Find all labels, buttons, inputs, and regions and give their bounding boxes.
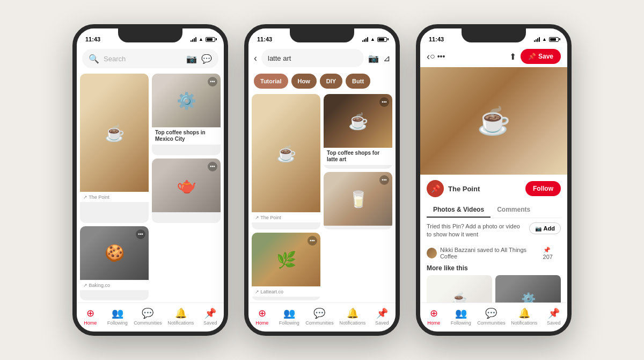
- section-tabs: Photos & Videos Comments: [427, 203, 561, 218]
- nav-home-label-1: Home: [84, 320, 97, 326]
- communities-icon-2: 💬: [313, 307, 325, 319]
- home-icon-3: ⊕: [430, 307, 438, 319]
- more-icon[interactable]: •••: [437, 52, 445, 61]
- back-button[interactable]: ‹: [254, 53, 257, 64]
- feed-card-baking[interactable]: 🍪 ••• ↗ Baking.co: [80, 226, 149, 300]
- battery-icon-1: [206, 37, 215, 42]
- feed-card-mug[interactable]: 🫖 •••: [152, 159, 221, 223]
- nav-following-label-2: Following: [279, 320, 299, 326]
- feed-card-title-mexico: Top coffee shops in Mexico City: [155, 129, 217, 142]
- more-card-2[interactable]: ⚙️ •••: [495, 275, 561, 303]
- hero-coffee-image: ☕: [420, 67, 567, 175]
- upload-icon[interactable]: ⬆: [509, 52, 516, 62]
- nav-communities-3[interactable]: 💬 Communities: [477, 307, 506, 326]
- saved-icon-3: 📌: [548, 307, 560, 319]
- filter-tab-tutorial[interactable]: Tutorial: [254, 74, 288, 89]
- result-card-4[interactable]: 🌿 ••• ↗ Latteart.co: [252, 233, 320, 300]
- filter-tabs: Tutorial How DIY Butt: [248, 70, 396, 92]
- phone-search: 11:43 ▲ ‹ latte art 📷 ⊿: [244, 24, 400, 336]
- signal-icon-2: [362, 37, 368, 42]
- battery-icon-3: [549, 37, 559, 42]
- nav-communities-2[interactable]: 💬 Communities: [305, 307, 334, 326]
- wifi-icon-2: ▲: [370, 37, 375, 42]
- nav-following-2[interactable]: 👥 Following: [279, 307, 300, 326]
- save-button[interactable]: 📌 Save: [521, 49, 561, 64]
- communities-icon-3: 💬: [485, 307, 497, 319]
- tab-photos-videos[interactable]: Photos & Videos: [427, 203, 491, 218]
- mug-white-image: ☕: [427, 275, 492, 303]
- result-card-1-info: ↗ The Point: [252, 212, 320, 222]
- nav-notifications-1[interactable]: 🔔 Notifications: [167, 307, 194, 326]
- nav-home-1[interactable]: ⊕ Home: [79, 307, 101, 326]
- feed-card-info-baking: ↗ Baking.co: [80, 280, 149, 290]
- filter-tab-diy[interactable]: DIY: [320, 74, 342, 89]
- result-card-3[interactable]: 🥛 •••: [324, 172, 392, 229]
- nav-saved-3[interactable]: 📌 Saved: [543, 307, 565, 326]
- search-results-grid: ☕ ↗ The Point ☕ ••• Top coffee shops for…: [248, 92, 396, 303]
- search-bar[interactable]: 🔍 Search 📷 💬: [82, 49, 218, 68]
- nav-notifications-label-2: Notifications: [339, 320, 365, 326]
- tab-comments-label: Comments: [497, 206, 530, 213]
- filter-icon[interactable]: ⊿: [383, 53, 390, 63]
- pin-author-name: The Point: [448, 185, 521, 193]
- following-icon-3: 👥: [455, 307, 467, 319]
- feed-card-latte[interactable]: ☕ ↗ The Point: [80, 74, 149, 223]
- pin-header: ‹ ○ ••• ⬆ 📌 Save: [420, 46, 567, 67]
- filter-tab-butt[interactable]: Butt: [346, 74, 370, 89]
- nav-notifications-label-1: Notifications: [167, 320, 194, 326]
- message-icon[interactable]: 💬: [201, 54, 212, 64]
- card-more-baking[interactable]: •••: [136, 229, 145, 239]
- more-card-1[interactable]: ☕ Etsy: [427, 275, 492, 303]
- home-icon-1: ⊕: [86, 307, 94, 319]
- notifications-icon-3: 🔔: [518, 307, 530, 319]
- result-card-2[interactable]: ☕ ••• Top coffee shops for latte art: [324, 94, 392, 169]
- search-input-bar[interactable]: latte art: [261, 49, 364, 67]
- nav-notifications-label-3: Notifications: [511, 320, 537, 326]
- tab-comments[interactable]: Comments: [491, 203, 537, 218]
- phone-detail-screen: 11:43 ▲ ‹ ○ ••• ⬆ 📌: [420, 28, 567, 332]
- phone-home-screen: 11:43 ▲ 🔍 Search 📷 💬: [77, 28, 224, 332]
- pin-icon: 📌: [528, 53, 536, 60]
- bottom-nav-1: ⊕ Home 👥 Following 💬 Communities 🔔 Notif…: [77, 303, 224, 332]
- save-button-label: Save: [538, 53, 553, 60]
- nav-following-1[interactable]: 👥 Following: [107, 307, 128, 326]
- nav-home-2[interactable]: ⊕ Home: [251, 307, 273, 326]
- search-header: ‹ latte art 📷 ⊿: [248, 46, 396, 70]
- notifications-icon-1: 🔔: [175, 307, 187, 319]
- search-placeholder: Search: [104, 55, 182, 63]
- saved-by-avatar: [427, 248, 437, 258]
- card-more-mug[interactable]: •••: [208, 162, 217, 171]
- saved-icon-1: 📌: [204, 307, 216, 319]
- phone-detail: 11:43 ▲ ‹ ○ ••• ⬆ 📌: [416, 24, 572, 336]
- camera-icon[interactable]: 📷: [186, 54, 197, 64]
- add-button[interactable]: 📷 Add: [529, 222, 561, 234]
- espresso-machine-image: ⚙️: [495, 275, 561, 303]
- nav-communities-1[interactable]: 💬 Communities: [134, 307, 162, 326]
- feed-card-mexico[interactable]: ⚙️ ••• Top coffee shops in Mexico City: [152, 74, 221, 155]
- card-more-mexico[interactable]: •••: [208, 77, 217, 87]
- status-icons-1: ▲: [191, 37, 215, 42]
- saved-by-row: Nikki Bazzani saved to All Things Coffee…: [427, 247, 561, 260]
- status-time-1: 11:43: [85, 36, 100, 42]
- nav-home-3[interactable]: ⊕ Home: [423, 307, 444, 326]
- saved-count: 📌 207: [543, 247, 561, 260]
- result-card-4-source: ↗ Latteart.co: [255, 289, 317, 294]
- filter-tab-diy-label: DIY: [326, 78, 336, 84]
- nav-notifications-2[interactable]: 🔔 Notifications: [339, 307, 365, 326]
- nav-following-3[interactable]: 👥 Following: [450, 307, 472, 326]
- share-icon[interactable]: ○: [430, 52, 435, 61]
- follow-button[interactable]: Follow: [525, 181, 561, 196]
- pin-author-row: 📌 The Point Follow: [427, 180, 561, 197]
- status-icons-3: ▲: [534, 37, 559, 42]
- nav-saved-1[interactable]: 📌 Saved: [200, 307, 221, 326]
- card-more-2[interactable]: •••: [379, 97, 389, 107]
- battery-icon-2: [377, 37, 387, 42]
- nav-notifications-3[interactable]: 🔔 Notifications: [511, 307, 537, 326]
- phones-container: 11:43 ▲ 🔍 Search 📷 💬: [62, 13, 582, 347]
- nav-communities-label-1: Communities: [134, 320, 162, 326]
- camera-icon-2[interactable]: 📷: [368, 53, 379, 63]
- nav-saved-2[interactable]: 📌 Saved: [371, 307, 393, 326]
- filter-tab-how[interactable]: How: [291, 74, 317, 89]
- filter-tab-butt-label: Butt: [352, 78, 364, 84]
- result-card-1[interactable]: ☕ ↗ The Point: [252, 94, 320, 229]
